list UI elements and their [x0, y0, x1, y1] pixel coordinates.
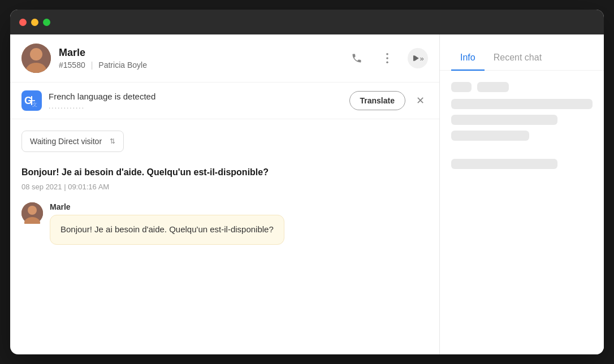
phone-icon — [351, 53, 362, 64]
language-detection-text: French language is detected ............ — [49, 92, 343, 110]
minimize-traffic-light[interactable] — [31, 19, 38, 26]
dropdown-arrow-icon: ⇅ — [110, 137, 115, 145]
meta-divider: | — [91, 60, 93, 70]
right-panel: Info Recent chat — [440, 34, 604, 354]
header-actions: » — [347, 48, 428, 68]
chat-content: Waiting Direct visitor ⇅ Bonjour! Je ai … — [10, 119, 439, 354]
left-panel: Marle #15580 | Patricia Boyle — [10, 34, 440, 354]
skeleton-block — [451, 159, 557, 169]
chevron-right-icon — [412, 54, 420, 62]
skeleton-row-1 — [451, 82, 593, 92]
expand-label: » — [420, 54, 423, 63]
translate-button[interactable]: Translate — [349, 91, 405, 110]
maximize-traffic-light[interactable] — [43, 19, 50, 26]
header-meta: #15580 | Patricia Boyle — [59, 60, 339, 70]
skeleton-block — [477, 82, 509, 92]
svg-point-12 — [28, 206, 37, 215]
skeleton-block — [451, 82, 472, 92]
language-banner: G 文 French language is detected ........… — [10, 83, 439, 119]
avatar — [21, 44, 51, 73]
contact-name: Marle — [59, 47, 339, 59]
tab-info[interactable]: Info — [451, 46, 485, 71]
header-info: Marle #15580 | Patricia Boyle — [59, 47, 339, 70]
status-label: Waiting Direct visitor — [30, 137, 102, 146]
agent-name: Patricia Boyle — [98, 60, 147, 70]
agent-avatar — [21, 202, 43, 224]
close-traffic-light[interactable] — [19, 19, 27, 26]
message-timestamp: 08 sep 2021 | 09:01:16 AM — [21, 183, 428, 191]
google-translate-icon: G 文 — [21, 90, 42, 111]
skeleton-group-1 — [451, 99, 593, 141]
contact-id: #15580 — [59, 60, 85, 70]
language-dots: ............ — [49, 102, 343, 110]
right-tabs: Info Recent chat — [440, 34, 604, 71]
svg-point-5 — [386, 61, 388, 63]
main-area: Marle #15580 | Patricia Boyle — [10, 34, 604, 354]
svg-point-1 — [30, 48, 42, 60]
agent-avatar-svg — [21, 202, 43, 224]
right-panel-content — [440, 71, 604, 354]
skeleton-block — [451, 115, 557, 125]
svg-text:文: 文 — [32, 102, 37, 107]
banner-close-button[interactable]: ✕ — [412, 93, 428, 109]
tab-recent-chat[interactable]: Recent chat — [485, 46, 551, 71]
svg-point-3 — [386, 53, 388, 55]
agent-reply-name: Marle — [50, 202, 284, 211]
svg-point-4 — [386, 57, 388, 59]
skeleton-block — [451, 99, 593, 109]
chat-header: Marle #15580 | Patricia Boyle — [10, 34, 439, 83]
more-options-button[interactable] — [377, 48, 397, 68]
language-detection-title: French language is detected — [49, 92, 343, 101]
avatar-image — [21, 44, 51, 73]
expand-button[interactable]: » — [408, 48, 428, 68]
avatar-svg — [21, 44, 51, 73]
visitor-message: Bonjour! Je ai besoin d'aide. Quelqu'un … — [21, 166, 428, 191]
visitor-message-text: Bonjour! Je ai besoin d'aide. Quelqu'un … — [21, 166, 428, 179]
status-dropdown[interactable]: Waiting Direct visitor ⇅ — [21, 131, 124, 152]
skeleton-group-2 — [451, 159, 593, 169]
more-icon — [386, 53, 388, 63]
main-window: Marle #15580 | Patricia Boyle — [10, 10, 604, 354]
translate-icon-svg: G 文 — [21, 90, 42, 111]
phone-button[interactable] — [347, 48, 367, 68]
agent-reply-content: Marle Bonjour! Je ai besoin d'aide. Quel… — [50, 202, 284, 245]
skeleton-block — [451, 131, 529, 141]
titlebar — [10, 10, 604, 34]
agent-reply: Marle Bonjour! Je ai besoin d'aide. Quel… — [21, 202, 428, 245]
agent-bubble: Bonjour! Je ai besoin d'aide. Quelqu'un … — [50, 215, 284, 245]
